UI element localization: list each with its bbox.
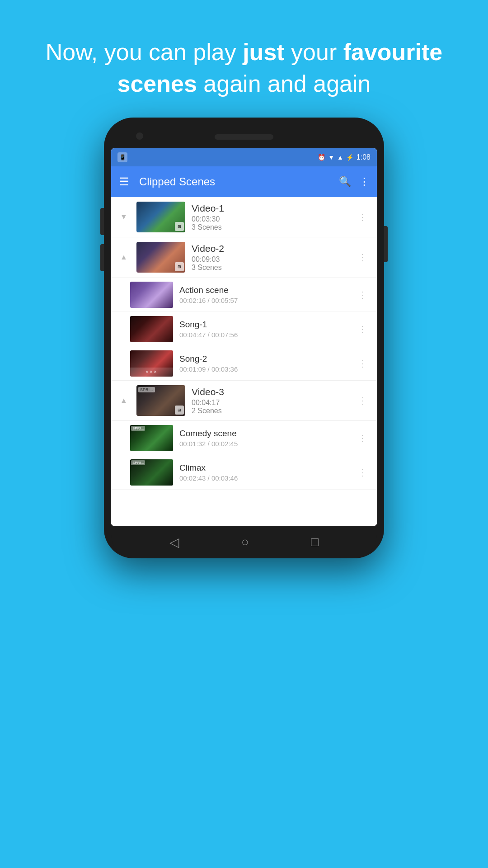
climax-time: 00:02:43 / 00:03:46 [179, 474, 354, 482]
song1-title: Song-1 [179, 320, 354, 330]
status-bar-app-icon: 📱 [117, 152, 127, 162]
phone-screen: 📱 ⏰ ▼ ▲ ⚡ 1:08 ☰ Clipped Scenes 🔍 ⋮ [111, 148, 377, 526]
video-2-thumbnail: ⊞ [136, 242, 185, 273]
video-2-title: Video-2 [192, 243, 354, 254]
power-button[interactable] [384, 226, 388, 262]
song1-time: 00:04:47 / 00:07:56 [179, 331, 354, 339]
video-2-scenes: 3 Scenes [192, 264, 354, 272]
collapse-arrow-video1[interactable]: ▼ [117, 213, 130, 221]
video-3-title: Video-3 [192, 387, 354, 397]
song2-info: Song-2 00:01:09 / 00:03:36 [179, 354, 354, 373]
status-bar: 📱 ⏰ ▼ ▲ ⚡ 1:08 [111, 148, 377, 166]
song2-more-button[interactable]: ⋮ [354, 354, 371, 373]
video-3-duration: 00:04:17 [192, 399, 354, 407]
song2-thumbnail: ✕✕✕ [130, 350, 173, 377]
video-1-more-button[interactable]: ⋮ [354, 208, 371, 226]
status-bar-icons: ⏰ ▼ ▲ ⚡ 1:08 [318, 153, 371, 161]
video-3-thumbnail: SPRI... ⊞ [136, 385, 185, 416]
wifi-icon: ▼ [328, 154, 334, 161]
phone-top-notch [111, 130, 377, 144]
search-button[interactable]: 🔍 [339, 176, 351, 188]
video-3-item: ▲ SPRI... ⊞ Video-3 00:04:17 2 Scenes ⋮ [111, 381, 377, 490]
phone-camera [136, 132, 143, 140]
app-bar-title: Clipped Scenes [139, 175, 339, 188]
comedy-scene-info: Comedy scene 00:01:32 / 00:02:45 [179, 429, 354, 448]
more-options-button[interactable]: ⋮ [359, 176, 369, 188]
comedy-scene-thumbnail: SPRI... [130, 425, 173, 451]
song1-thumbnail [130, 316, 173, 342]
clock: 1:08 [357, 153, 371, 161]
song2-time: 00:01:09 / 00:03:36 [179, 365, 354, 373]
video-3-row[interactable]: ▲ SPRI... ⊞ Video-3 00:04:17 2 Scenes ⋮ [111, 381, 377, 421]
song2-title: Song-2 [179, 354, 354, 364]
video-1-info: Video-1 00:03:30 3 Scenes [192, 203, 354, 231]
comedy-scene-time: 00:01:32 / 00:02:45 [179, 440, 354, 448]
video-3-info: Video-3 00:04:17 2 Scenes [192, 387, 354, 415]
song2-row[interactable]: ✕✕✕ Song-2 00:01:09 / 00:03:36 ⋮ [111, 346, 377, 380]
climax-thumbnail: SPRI... [130, 459, 173, 486]
video-1-scenes: 3 Scenes [192, 223, 354, 231]
action-scene-thumbnail [130, 282, 173, 308]
video-1-duration: 00:03:30 [192, 215, 354, 223]
climax-info: Climax 00:02:43 / 00:03:46 [179, 463, 354, 482]
action-scene-info: Action scene 00:02:16 / 00:05:57 [179, 285, 354, 304]
video-2-more-button[interactable]: ⋮ [354, 248, 371, 266]
recents-button[interactable]: □ [311, 535, 319, 549]
video-3-more-button[interactable]: ⋮ [354, 392, 371, 410]
phone-speaker [215, 134, 273, 140]
alarm-icon: ⏰ [318, 154, 325, 161]
app-bar: ☰ Clipped Scenes 🔍 ⋮ [111, 166, 377, 197]
collapse-arrow-video3[interactable]: ▲ [117, 396, 130, 405]
video-1-item: ▼ ⊞ Video-1 00:03:30 3 Scenes ⋮ [111, 197, 377, 237]
battery-icon: ⚡ [346, 154, 354, 161]
volume-button-down[interactable] [100, 244, 104, 271]
climax-title: Climax [179, 463, 354, 473]
comedy-scene-title: Comedy scene [179, 429, 354, 439]
action-scene-more-button[interactable]: ⋮ [354, 286, 371, 304]
video-2-row[interactable]: ▲ ⊞ Video-2 00:09:03 3 Scenes ⋮ [111, 237, 377, 277]
phone-container: 📱 ⏰ ▼ ▲ ⚡ 1:08 ☰ Clipped Scenes 🔍 ⋮ [104, 118, 384, 558]
song1-info: Song-1 00:04:47 / 00:07:56 [179, 320, 354, 339]
collapse-arrow-video2[interactable]: ▲ [117, 253, 130, 261]
song1-row[interactable]: Song-1 00:04:47 / 00:07:56 ⋮ [111, 311, 377, 346]
song1-more-button[interactable]: ⋮ [354, 320, 371, 338]
video-1-row[interactable]: ▼ ⊞ Video-1 00:03:30 3 Scenes ⋮ [111, 197, 377, 237]
videos-list: ▼ ⊞ Video-1 00:03:30 3 Scenes ⋮ [111, 197, 377, 490]
volume-button-up[interactable] [100, 208, 104, 235]
signal-icon: ▲ [337, 154, 343, 161]
video-2-item: ▲ ⊞ Video-2 00:09:03 3 Scenes ⋮ [111, 237, 377, 381]
video-1-thumbnail: ⊞ [136, 202, 185, 232]
header-section: Now, you can play just your favouritesce… [0, 0, 488, 118]
comedy-scene-more-button[interactable]: ⋮ [354, 429, 371, 447]
climax-row[interactable]: SPRI... Climax 00:02:43 / 00:03:46 ⋮ [111, 455, 377, 490]
comedy-scene-row[interactable]: SPRI... Comedy scene 00:01:32 / 00:02:45… [111, 421, 377, 455]
home-button[interactable]: ○ [241, 535, 249, 549]
action-scene-row[interactable]: Action scene 00:02:16 / 00:05:57 ⋮ [111, 277, 377, 311]
action-scene-title: Action scene [179, 285, 354, 295]
video-1-title: Video-1 [192, 203, 354, 214]
nav-bar: ◁ ○ □ [111, 526, 377, 558]
action-scene-time: 00:02:16 / 00:05:57 [179, 297, 354, 304]
back-button[interactable]: ◁ [169, 535, 179, 550]
header-text: Now, you can play just your favouritesce… [36, 36, 452, 99]
video-2-info: Video-2 00:09:03 3 Scenes [192, 243, 354, 272]
climax-more-button[interactable]: ⋮ [354, 463, 371, 481]
hamburger-menu-button[interactable]: ☰ [119, 176, 129, 187]
video-2-duration: 00:09:03 [192, 255, 354, 264]
video-3-scenes: 2 Scenes [192, 407, 354, 415]
phone-frame: 📱 ⏰ ▼ ▲ ⚡ 1:08 ☰ Clipped Scenes 🔍 ⋮ [104, 118, 384, 558]
